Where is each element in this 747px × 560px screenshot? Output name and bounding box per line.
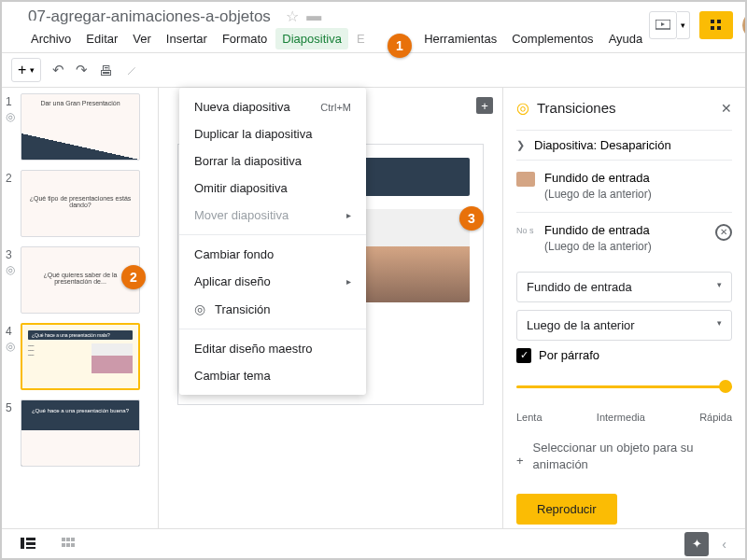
menubar: Archivo Editar Ver Insertar Formato Diap…	[24, 28, 649, 49]
slider-label-medium: Intermedia	[597, 412, 645, 423]
by-paragraph-checkbox[interactable]: ✓ Por párrafo	[516, 348, 732, 363]
slide-number: 4	[6, 325, 15, 390]
menu-theme[interactable]: Cambiar tema	[179, 362, 366, 389]
panel-title: Transiciones	[537, 100, 615, 116]
new-slide-button[interactable]: +▾	[11, 58, 41, 82]
menu-layout[interactable]: Aplicar diseño▸	[179, 268, 366, 295]
animation-start-select[interactable]: Luego de la anterior ▾	[516, 310, 732, 341]
menu-complementos[interactable]: Complementos	[505, 28, 599, 49]
svg-rect-3	[717, 20, 721, 23]
redo-button[interactable]: ↷	[76, 62, 88, 78]
filmstrip: 1 ◎ Dar una Gran Presentación 2 ¿Qué tip…	[2, 88, 159, 528]
svg-rect-13	[62, 543, 65, 547]
plus-icon: +	[516, 453, 524, 469]
menu-delete[interactable]: Borrar la diapositiva	[179, 147, 366, 175]
menu-new-slide[interactable]: Nueva diapositivaCtrl+M	[179, 93, 366, 120]
transitions-panel: ◎Transiciones ✕ ❯ Diapositiva: Desaparic…	[502, 88, 745, 528]
grid-view-button[interactable]	[62, 537, 75, 552]
animation-item-2[interactable]: No s Fundido de entrada (Luego de la ant…	[516, 212, 732, 264]
chevron-down-icon: ▾	[717, 318, 722, 332]
menu-insertar[interactable]: Insertar	[160, 28, 214, 49]
share-button[interactable]	[699, 11, 733, 39]
svg-rect-6	[21, 538, 24, 549]
menu-background[interactable]: Cambiar fondo	[179, 241, 366, 268]
svg-rect-7	[26, 538, 35, 540]
slider-thumb[interactable]	[719, 380, 732, 393]
slide-thumb-1[interactable]: Dar una Gran Presentación	[21, 93, 140, 161]
user-avatar[interactable]	[742, 11, 747, 39]
svg-rect-4	[711, 26, 714, 30]
menu-skip[interactable]: Omitir diapositiva	[179, 175, 366, 202]
grid-icon	[710, 19, 723, 32]
slide-image[interactable]	[354, 209, 470, 302]
menu-editar[interactable]: Editar	[79, 28, 124, 49]
transition-icon: ◎	[194, 301, 205, 316]
slide-number: 1	[6, 95, 15, 161]
menu-hidden-e[interactable]: E	[350, 28, 372, 49]
menu-move[interactable]: Mover diapositiva▸	[179, 202, 366, 229]
checkbox-icon: ✓	[516, 348, 531, 363]
present-dropdown[interactable]: ▾	[677, 11, 690, 39]
paint-format-button[interactable]: ⟋	[124, 63, 138, 78]
plus-icon: +	[18, 62, 26, 78]
svg-rect-9	[26, 547, 35, 549]
add-slide-button[interactable]: +	[476, 97, 493, 114]
filmstrip-view-button[interactable]	[21, 537, 35, 552]
badge-3: 3	[459, 206, 484, 231]
animation-icon: ◎	[6, 340, 15, 353]
anim-thumb-icon	[516, 172, 535, 187]
transitions-icon: ◎	[516, 99, 529, 117]
menu-formato[interactable]: Formato	[216, 28, 274, 49]
animation-icon: ◎	[6, 263, 15, 276]
explore-button[interactable]: ✦	[684, 532, 709, 556]
animation-item-1[interactable]: Fundido de entrada (Luego de la anterior…	[516, 160, 732, 212]
slider-label-slow: Lenta	[516, 412, 543, 423]
chevron-right-icon: ❯	[516, 139, 525, 151]
slide-number: 3	[6, 248, 15, 314]
svg-rect-5	[717, 26, 721, 30]
doc-title[interactable]: 07-agregar-animaciones-a-objetos	[24, 6, 275, 27]
menu-herramientas[interactable]: Herramientas	[417, 28, 503, 49]
slide-number: 5	[6, 401, 15, 467]
remove-animation-button[interactable]: ✕	[715, 224, 732, 241]
svg-rect-2	[711, 20, 714, 23]
svg-marker-1	[661, 22, 665, 26]
svg-rect-11	[66, 538, 70, 541]
star-icon[interactable]: ☆	[286, 7, 299, 25]
slide-number: 2	[6, 172, 15, 237]
slide-menu: Nueva diapositivaCtrl+M Duplicar la diap…	[179, 88, 366, 395]
add-animation-row[interactable]: + Seleccionar un objeto para su animació…	[516, 434, 732, 479]
slide-thumb-2[interactable]: ¿Qué tipo de presentaciones estás dando?	[21, 170, 140, 237]
slider-label-fast: Rápida	[699, 412, 732, 423]
chevron-left-icon[interactable]: ‹	[722, 537, 726, 552]
animation-icon: ◎	[6, 110, 15, 123]
slide-thumb-4[interactable]: ¿Qué hace a una presentación mala? ━━━━━…	[21, 323, 140, 390]
play-button[interactable]: Reproducir	[516, 494, 617, 525]
print-button[interactable]: 🖶	[99, 63, 113, 78]
slide-transition-row[interactable]: ❯ Diapositiva: Desaparición	[516, 130, 732, 160]
present-button[interactable]	[649, 11, 677, 39]
menu-ver[interactable]: Ver	[126, 28, 158, 49]
present-icon	[655, 20, 670, 31]
svg-rect-12	[71, 538, 75, 541]
chevron-down-icon: ▾	[30, 65, 35, 75]
svg-rect-15	[71, 543, 75, 547]
menu-ayuda[interactable]: Ayuda	[602, 28, 650, 49]
anim-label: No s	[516, 226, 535, 235]
undo-button[interactable]: ↶	[52, 62, 64, 78]
menu-master[interactable]: Editar diseño maestro	[179, 335, 366, 362]
folder-icon[interactable]: ▬	[306, 7, 321, 25]
menu-diapositiva[interactable]: Diapositiva	[275, 28, 348, 49]
badge-2: 2	[121, 265, 146, 289]
speed-slider[interactable]	[516, 376, 732, 399]
chevron-down-icon: ▾	[717, 280, 722, 294]
close-icon[interactable]: ✕	[721, 101, 732, 116]
animation-type-select[interactable]: Fundido de entrada ▾	[516, 272, 732, 302]
svg-rect-10	[62, 538, 65, 541]
svg-rect-8	[26, 542, 35, 545]
svg-rect-14	[66, 543, 70, 547]
menu-transition[interactable]: ◎Transición	[179, 295, 366, 323]
menu-duplicate[interactable]: Duplicar la diapositiva	[179, 120, 366, 147]
badge-1: 1	[388, 34, 412, 58]
slide-thumb-5[interactable]: ¿Qué hace a una presentación buena?	[21, 399, 140, 467]
